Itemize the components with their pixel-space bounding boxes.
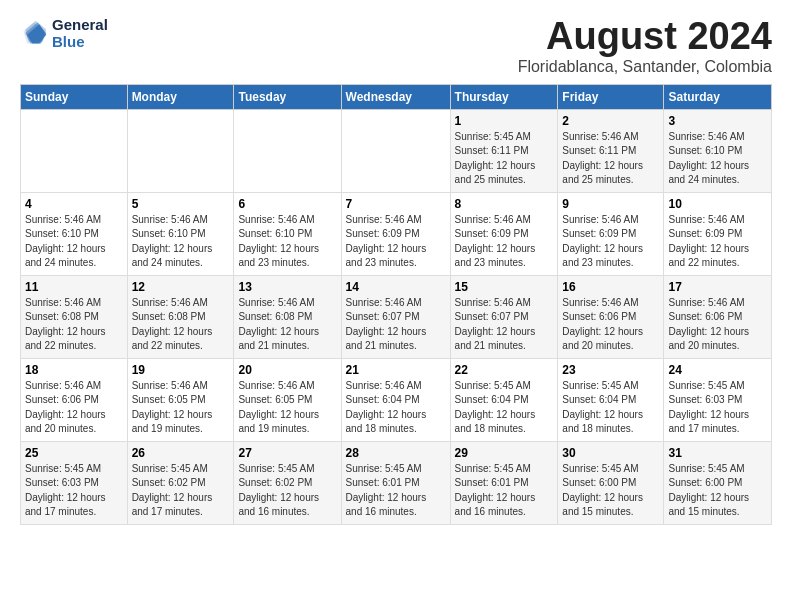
- cell-info: Daylight: 12 hours: [25, 408, 123, 423]
- cell-info: Daylight: 12 hours: [668, 242, 767, 257]
- calendar-cell: [341, 109, 450, 192]
- calendar-cell: 30Sunrise: 5:45 AMSunset: 6:00 PMDayligh…: [558, 441, 664, 524]
- day-header-monday: Monday: [127, 84, 234, 109]
- calendar-cell: 28Sunrise: 5:45 AMSunset: 6:01 PMDayligh…: [341, 441, 450, 524]
- cell-info: Sunrise: 5:46 AM: [346, 213, 446, 228]
- day-number: 21: [346, 363, 446, 377]
- cell-info: Sunrise: 5:45 AM: [455, 130, 554, 145]
- cell-info: Sunset: 6:02 PM: [132, 476, 230, 491]
- day-number: 9: [562, 197, 659, 211]
- day-number: 24: [668, 363, 767, 377]
- cell-info: Sunrise: 5:46 AM: [668, 130, 767, 145]
- header: General Blue August 2024 Floridablanca, …: [20, 16, 772, 76]
- calendar-cell: [234, 109, 341, 192]
- cell-info: Sunset: 6:04 PM: [455, 393, 554, 408]
- day-header-wednesday: Wednesday: [341, 84, 450, 109]
- cell-info: Sunset: 6:07 PM: [346, 310, 446, 325]
- cell-info: and 23 minutes.: [238, 256, 336, 271]
- cell-info: Sunrise: 5:46 AM: [562, 296, 659, 311]
- calendar-cell: 17Sunrise: 5:46 AMSunset: 6:06 PMDayligh…: [664, 275, 772, 358]
- cell-info: Daylight: 12 hours: [562, 491, 659, 506]
- cell-info: Daylight: 12 hours: [132, 491, 230, 506]
- cell-info: Sunrise: 5:46 AM: [25, 213, 123, 228]
- cell-info: and 20 minutes.: [668, 339, 767, 354]
- cell-info: Sunset: 6:08 PM: [238, 310, 336, 325]
- cell-info: Daylight: 12 hours: [238, 242, 336, 257]
- calendar-cell: 18Sunrise: 5:46 AMSunset: 6:06 PMDayligh…: [21, 358, 128, 441]
- calendar-cell: 29Sunrise: 5:45 AMSunset: 6:01 PMDayligh…: [450, 441, 558, 524]
- cell-info: Sunset: 6:10 PM: [132, 227, 230, 242]
- cell-info: Sunset: 6:01 PM: [346, 476, 446, 491]
- day-number: 13: [238, 280, 336, 294]
- cell-info: Sunrise: 5:46 AM: [238, 296, 336, 311]
- day-number: 26: [132, 446, 230, 460]
- cell-info: Sunset: 6:10 PM: [668, 144, 767, 159]
- calendar-cell: 14Sunrise: 5:46 AMSunset: 6:07 PMDayligh…: [341, 275, 450, 358]
- calendar-cell: 13Sunrise: 5:46 AMSunset: 6:08 PMDayligh…: [234, 275, 341, 358]
- calendar-cell: 8Sunrise: 5:46 AMSunset: 6:09 PMDaylight…: [450, 192, 558, 275]
- day-header-friday: Friday: [558, 84, 664, 109]
- calendar-cell: 16Sunrise: 5:46 AMSunset: 6:06 PMDayligh…: [558, 275, 664, 358]
- cell-info: Sunrise: 5:46 AM: [132, 379, 230, 394]
- day-number: 22: [455, 363, 554, 377]
- calendar-cell: 27Sunrise: 5:45 AMSunset: 6:02 PMDayligh…: [234, 441, 341, 524]
- cell-info: Sunset: 6:09 PM: [668, 227, 767, 242]
- calendar-cell: 22Sunrise: 5:45 AMSunset: 6:04 PMDayligh…: [450, 358, 558, 441]
- day-number: 14: [346, 280, 446, 294]
- cell-info: Sunset: 6:08 PM: [132, 310, 230, 325]
- day-number: 23: [562, 363, 659, 377]
- cell-info: and 24 minutes.: [668, 173, 767, 188]
- cell-info: Sunrise: 5:46 AM: [455, 213, 554, 228]
- cell-info: Sunset: 6:03 PM: [668, 393, 767, 408]
- cell-info: and 17 minutes.: [668, 422, 767, 437]
- cell-info: and 25 minutes.: [562, 173, 659, 188]
- cell-info: Daylight: 12 hours: [562, 408, 659, 423]
- day-number: 20: [238, 363, 336, 377]
- day-number: 2: [562, 114, 659, 128]
- cell-info: Daylight: 12 hours: [346, 491, 446, 506]
- cell-info: Daylight: 12 hours: [132, 325, 230, 340]
- cell-info: Sunrise: 5:46 AM: [668, 296, 767, 311]
- cell-info: Daylight: 12 hours: [346, 408, 446, 423]
- cell-info: Sunset: 6:04 PM: [562, 393, 659, 408]
- cell-info: Sunset: 6:09 PM: [455, 227, 554, 242]
- cell-info: Sunset: 6:11 PM: [455, 144, 554, 159]
- calendar-cell: 23Sunrise: 5:45 AMSunset: 6:04 PMDayligh…: [558, 358, 664, 441]
- calendar-week-row: 4Sunrise: 5:46 AMSunset: 6:10 PMDaylight…: [21, 192, 772, 275]
- cell-info: and 18 minutes.: [455, 422, 554, 437]
- calendar-cell: 7Sunrise: 5:46 AMSunset: 6:09 PMDaylight…: [341, 192, 450, 275]
- cell-info: and 17 minutes.: [132, 505, 230, 520]
- logo: General Blue: [20, 16, 108, 50]
- cell-info: and 20 minutes.: [25, 422, 123, 437]
- calendar-cell: 25Sunrise: 5:45 AMSunset: 6:03 PMDayligh…: [21, 441, 128, 524]
- cell-info: Daylight: 12 hours: [238, 408, 336, 423]
- cell-info: Sunrise: 5:45 AM: [25, 462, 123, 477]
- cell-info: and 21 minutes.: [346, 339, 446, 354]
- calendar-header-row: SundayMondayTuesdayWednesdayThursdayFrid…: [21, 84, 772, 109]
- cell-info: Sunset: 6:06 PM: [668, 310, 767, 325]
- day-number: 6: [238, 197, 336, 211]
- cell-info: Sunrise: 5:45 AM: [668, 379, 767, 394]
- calendar-cell: 20Sunrise: 5:46 AMSunset: 6:05 PMDayligh…: [234, 358, 341, 441]
- calendar-table: SundayMondayTuesdayWednesdayThursdayFrid…: [20, 84, 772, 525]
- calendar-week-row: 18Sunrise: 5:46 AMSunset: 6:06 PMDayligh…: [21, 358, 772, 441]
- cell-info: Daylight: 12 hours: [562, 242, 659, 257]
- cell-info: Daylight: 12 hours: [562, 159, 659, 174]
- calendar-week-row: 1Sunrise: 5:45 AMSunset: 6:11 PMDaylight…: [21, 109, 772, 192]
- cell-info: Daylight: 12 hours: [668, 408, 767, 423]
- cell-info: Sunrise: 5:46 AM: [25, 379, 123, 394]
- cell-info: and 15 minutes.: [562, 505, 659, 520]
- cell-info: Sunset: 6:07 PM: [455, 310, 554, 325]
- cell-info: Sunset: 6:02 PM: [238, 476, 336, 491]
- title-block: August 2024 Floridablanca, Santander, Co…: [518, 16, 772, 76]
- day-number: 8: [455, 197, 554, 211]
- logo-line1: General: [52, 16, 108, 33]
- day-header-sunday: Sunday: [21, 84, 128, 109]
- cell-info: Sunset: 6:06 PM: [562, 310, 659, 325]
- calendar-cell: 19Sunrise: 5:46 AMSunset: 6:05 PMDayligh…: [127, 358, 234, 441]
- cell-info: and 15 minutes.: [668, 505, 767, 520]
- cell-info: Sunrise: 5:45 AM: [562, 462, 659, 477]
- cell-info: and 23 minutes.: [346, 256, 446, 271]
- cell-info: Sunrise: 5:45 AM: [455, 379, 554, 394]
- cell-info: Sunset: 6:10 PM: [25, 227, 123, 242]
